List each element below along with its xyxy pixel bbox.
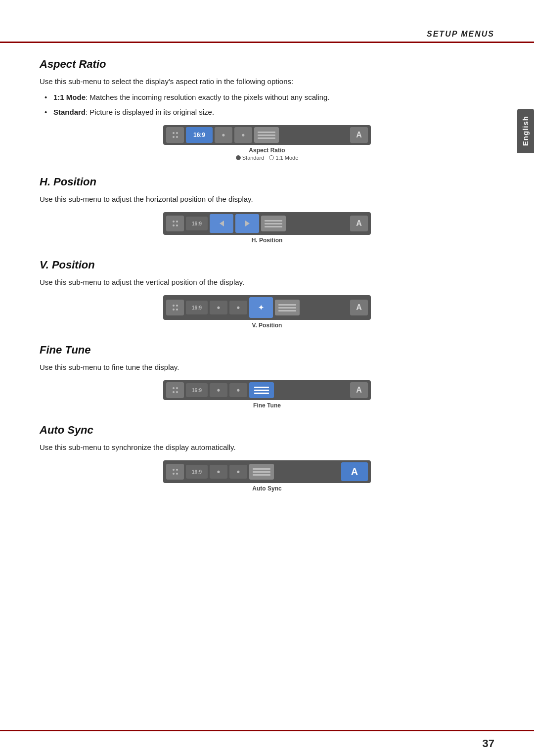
menu-btn-dots-hp: [166, 216, 184, 231]
menu-btn-dot-vp1: •: [210, 301, 227, 314]
menu-btn-dots: [166, 127, 184, 143]
menu-label-h-position: H. Position: [252, 237, 283, 244]
menu-btn-nav1: •: [215, 127, 232, 143]
section-desc-h-position: Use this sub-menu to adjust the horizont…: [40, 193, 494, 205]
bullet-item-1-1mode: 1:1 Mode: Matches the incoming resolutio…: [44, 91, 494, 103]
menu-btn-dots-vp: [166, 300, 184, 315]
menu-btn-a-vp: A: [350, 300, 368, 315]
menu-btn-a-ft: A: [350, 382, 368, 398]
section-title-aspect-ratio: Aspect Ratio: [40, 58, 494, 71]
menu-label-fine-tune: Fine Tune: [253, 402, 281, 409]
menu-btn-dots-ft: [166, 382, 184, 398]
section-desc-auto-sync: Use this sub-menu to synchronize the dis…: [40, 442, 494, 453]
section-desc-fine-tune: Use this sub-menu to fine tune the displ…: [40, 361, 494, 373]
section-desc-v-position: Use this sub-menu to adjust the vertical…: [40, 276, 494, 288]
menu-btn-nav2: •: [234, 127, 252, 143]
menu-bar-auto-sync: 16:9 • • A: [163, 460, 371, 483]
language-tab: English: [517, 109, 534, 153]
menu-btn-ratio-ft: 16:9: [186, 383, 208, 397]
menu-label-aspect-ratio: Aspect Ratio: [249, 147, 285, 154]
menu-btn-dot-as1: •: [210, 465, 227, 479]
menu-btn-nav-left-hp: [210, 214, 233, 233]
section-v-position: V. Position Use this sub-menu to adjust …: [40, 259, 494, 329]
menu-btn-ratio-vp: 16:9: [186, 301, 208, 314]
section-fine-tune: Fine Tune Use this sub-menu to fine tune…: [40, 344, 494, 409]
section-title-fine-tune: Fine Tune: [40, 344, 494, 356]
menu-sublabel-aspect-ratio: Standard 1:1 Mode: [236, 155, 299, 161]
menu-btn-dot-vp2: •: [229, 301, 247, 314]
menu-btn-dots-as: [166, 464, 184, 480]
menu-btn-dot-as2: •: [229, 465, 247, 479]
page-footer: 37: [0, 730, 534, 756]
section-aspect-ratio: Aspect Ratio Use this sub-menu to select…: [40, 58, 494, 161]
menu-btn-ratio-as: 16:9: [186, 465, 208, 479]
section-title-v-position: V. Position: [40, 259, 494, 271]
section-desc-aspect-ratio: Use this sub-menu to select the display'…: [40, 76, 494, 88]
menu-image-v-position: 16:9 • • ✦: [40, 295, 494, 329]
section-title-h-position: H. Position: [40, 176, 494, 188]
menu-btn-dot-ft2: •: [229, 383, 247, 397]
section-auto-sync: Auto Sync Use this sub-menu to synchroni…: [40, 424, 494, 492]
menu-btn-ratio-hp: 16:9: [186, 217, 208, 230]
menu-btn-nav-right-hp: [235, 214, 259, 233]
menu-image-aspect-ratio: 16:9 • •: [40, 125, 494, 161]
bullet-list-aspect-ratio: 1:1 Mode: Matches the incoming resolutio…: [44, 91, 494, 118]
setup-menus-title: SETUP MENUS: [427, 30, 494, 39]
bullet-item-standard: Standard: Picture is displayed in its or…: [44, 106, 494, 118]
top-bar: SETUP MENUS: [0, 0, 534, 43]
page-number: 37: [483, 737, 494, 750]
menu-image-h-position: 16:9 A H. Position: [40, 212, 494, 244]
section-title-auto-sync: Auto Sync: [40, 424, 494, 437]
menu-btn-a: A: [350, 127, 368, 143]
menu-btn-a-highlight-as: A: [341, 462, 368, 481]
menu-btn-dot-ft1: •: [210, 383, 227, 397]
menu-bar-v-position: 16:9 • • ✦: [163, 295, 371, 320]
menu-image-fine-tune: 16:9 • • A Fine Tune: [40, 380, 494, 409]
menu-btn-ratio: 16:9: [186, 127, 213, 143]
menu-btn-v-highlight: ✦: [249, 297, 273, 318]
menu-label-v-position: V. Position: [252, 322, 282, 329]
menu-bar-aspect-ratio: 16:9 • •: [163, 125, 371, 145]
menu-image-auto-sync: 16:9 • • A Auto Sync: [40, 460, 494, 492]
menu-bar-h-position: 16:9 A: [163, 212, 371, 235]
menu-btn-lines-hp: [261, 216, 286, 231]
page-wrapper: SETUP MENUS English Aspect Ratio Use thi…: [0, 0, 534, 756]
menu-bar-fine-tune: 16:9 • • A: [163, 380, 371, 400]
menu-label-auto-sync: Auto Sync: [252, 485, 281, 492]
menu-btn-lines: [254, 127, 279, 143]
menu-btn-lines-as: [249, 464, 274, 480]
menu-btn-a-hp: A: [350, 216, 368, 231]
main-content: Aspect Ratio Use this sub-menu to select…: [0, 43, 534, 527]
section-h-position: H. Position Use this sub-menu to adjust …: [40, 176, 494, 244]
menu-btn-lines-highlight-ft: [249, 382, 274, 398]
menu-btn-lines-vp: [275, 300, 300, 315]
